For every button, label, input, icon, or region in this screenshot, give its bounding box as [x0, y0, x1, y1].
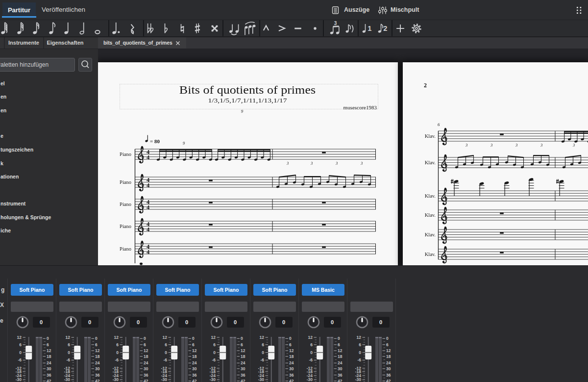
- svg-text:0: 0: [213, 350, 216, 355]
- svg-text:3: 3: [335, 161, 338, 166]
- svg-text:36: 36: [192, 373, 197, 378]
- svg-text:12: 12: [17, 335, 22, 340]
- svg-text:18: 18: [289, 354, 294, 359]
- svg-text:4: 4: [147, 182, 150, 189]
- svg-text:30: 30: [144, 366, 148, 371]
- svg-text:36: 36: [386, 373, 391, 378]
- svg-text:Piano: Piano: [120, 246, 131, 252]
- svg-text:-30: -30: [16, 377, 22, 382]
- svg-text:3: 3: [540, 143, 542, 148]
- svg-text:6: 6: [359, 342, 361, 347]
- svg-text:6: 6: [262, 342, 264, 347]
- svg-text:30: 30: [289, 366, 294, 371]
- svg-text:6: 6: [338, 342, 340, 347]
- svg-text:30: 30: [47, 366, 51, 371]
- svg-text:3: 3: [572, 143, 575, 148]
- svg-text:-6: -6: [115, 357, 119, 362]
- svg-text:18: 18: [95, 354, 100, 359]
- svg-text:0: 0: [241, 336, 243, 341]
- svg-text:Klav.: Klav.: [425, 232, 436, 237]
- svg-text:42: 42: [47, 379, 51, 382]
- svg-text:1: 1: [368, 25, 371, 32]
- svg-text:18: 18: [338, 354, 343, 359]
- svg-text:6: 6: [213, 342, 216, 347]
- svg-text:-30: -30: [161, 377, 168, 382]
- svg-text:12: 12: [338, 348, 343, 353]
- svg-text:24: 24: [338, 360, 343, 365]
- svg-text:6: 6: [310, 342, 313, 347]
- svg-text:6: 6: [438, 122, 440, 127]
- svg-text:0: 0: [116, 350, 119, 355]
- svg-text:0: 0: [338, 336, 340, 341]
- svg-text:Klav.: Klav.: [425, 212, 436, 218]
- svg-text:Piano: Piano: [120, 179, 131, 185]
- svg-text:30: 30: [192, 366, 197, 371]
- svg-text:42: 42: [241, 379, 245, 382]
- svg-text:Klav.: Klav.: [425, 133, 436, 139]
- svg-text:36: 36: [95, 373, 100, 378]
- svg-text:9: 9: [241, 109, 244, 114]
- svg-text:12: 12: [211, 335, 216, 340]
- svg-text:-6: -6: [66, 357, 70, 362]
- svg-text:-6: -6: [357, 357, 361, 362]
- svg-text:30: 30: [386, 366, 391, 371]
- svg-text:42: 42: [338, 379, 343, 382]
- svg-text:Klav.: Klav.: [425, 193, 436, 199]
- svg-text:-6: -6: [18, 357, 22, 362]
- svg-text:musescore1983: musescore1983: [343, 104, 377, 110]
- svg-text:0: 0: [386, 336, 389, 341]
- svg-text:0: 0: [192, 336, 195, 341]
- svg-text:42: 42: [192, 379, 197, 382]
- svg-text:12: 12: [289, 348, 294, 353]
- svg-text:12: 12: [241, 348, 245, 353]
- svg-text:0: 0: [289, 336, 292, 341]
- svg-text:24: 24: [144, 360, 148, 365]
- svg-text:0: 0: [95, 336, 98, 341]
- svg-text:18: 18: [386, 354, 391, 359]
- svg-text:-30: -30: [113, 377, 119, 382]
- svg-text:42: 42: [386, 379, 391, 382]
- svg-text:Piano: Piano: [120, 152, 131, 157]
- svg-text:36: 36: [144, 373, 148, 378]
- svg-text:-6: -6: [163, 357, 167, 362]
- svg-text:42: 42: [289, 379, 294, 382]
- svg-text:12: 12: [66, 335, 71, 340]
- svg-text:= 80: = 80: [150, 138, 160, 144]
- svg-text:18: 18: [241, 354, 245, 359]
- svg-text:1/3,1/5,1/7,1/11,1/13,1/17: 1/3,1/5,1/7,1/11,1/13,1/17: [208, 97, 287, 104]
- svg-text:6: 6: [47, 342, 49, 347]
- svg-text:30: 30: [95, 366, 100, 371]
- svg-text:Bits of quotients of primes: Bits of quotients of primes: [179, 83, 316, 96]
- svg-text:6: 6: [289, 342, 292, 347]
- svg-text:0: 0: [19, 350, 22, 355]
- svg-text:-30: -30: [258, 377, 265, 382]
- svg-text:36: 36: [289, 373, 294, 378]
- svg-text:3: 3: [465, 143, 467, 148]
- svg-text:36: 36: [241, 373, 245, 378]
- svg-text:9: 9: [183, 141, 185, 146]
- svg-text:12: 12: [260, 335, 265, 340]
- svg-text:-30: -30: [355, 377, 362, 382]
- svg-text:30: 30: [338, 366, 343, 371]
- svg-text:-30: -30: [64, 377, 71, 382]
- svg-text:6: 6: [144, 342, 146, 347]
- svg-text:0: 0: [262, 350, 264, 355]
- svg-text:12: 12: [114, 335, 119, 340]
- svg-text:4: 4: [147, 226, 150, 233]
- svg-text:Piano: Piano: [120, 202, 131, 207]
- svg-text:18: 18: [47, 354, 51, 359]
- svg-text:4: 4: [147, 154, 150, 161]
- svg-text:6: 6: [68, 342, 70, 347]
- svg-text:36: 36: [338, 373, 343, 378]
- svg-text:6: 6: [192, 342, 195, 347]
- svg-text:12: 12: [192, 348, 197, 353]
- svg-text:0: 0: [144, 336, 146, 341]
- svg-text:36: 36: [47, 373, 51, 378]
- svg-text:30: 30: [241, 366, 245, 371]
- svg-text:Klav.: Klav.: [425, 252, 436, 257]
- svg-text:Piano: Piano: [120, 224, 131, 229]
- svg-text:6: 6: [241, 342, 243, 347]
- svg-text:3: 3: [334, 21, 337, 26]
- svg-text:12: 12: [163, 335, 168, 340]
- svg-text:4: 4: [147, 249, 150, 255]
